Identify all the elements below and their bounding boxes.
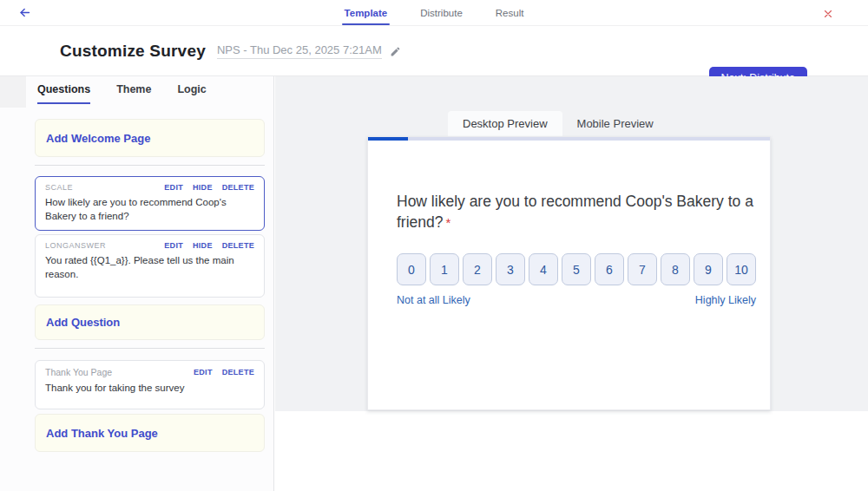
scale-button-0[interactable]: 0 (397, 253, 426, 285)
scale-button-4[interactable]: 4 (529, 253, 558, 285)
question-text: You rated {{Q1_a}}. Please tell us the m… (45, 253, 254, 281)
survey-preview-card: How likely are you to recommend Coop's B… (367, 136, 771, 410)
top-bar: Template Distribute Result (0, 0, 868, 26)
builder-tabs: Questions Theme Logic (37, 83, 207, 104)
divider (35, 165, 265, 166)
tab-desktop-preview[interactable]: Desktop Preview (448, 111, 562, 136)
scale-max-label: Highly Likely (695, 294, 756, 306)
tab-theme[interactable]: Theme (116, 83, 151, 104)
progress-bar-track (368, 137, 770, 141)
edit-link[interactable]: EDIT (164, 183, 183, 192)
scale-button-3[interactable]: 3 (496, 253, 525, 285)
hide-link[interactable]: HIDE (193, 183, 213, 192)
pencil-icon[interactable] (390, 46, 401, 57)
add-welcome-page-label: Add Welcome Page (46, 132, 150, 145)
question-card-scale[interactable]: SCALE EDIT HIDE DELETE How likely are yo… (35, 176, 265, 231)
close-icon[interactable] (823, 7, 835, 19)
scale-button-9[interactable]: 9 (694, 253, 723, 285)
add-thank-you-page-button[interactable]: Add Thank You Page (35, 414, 265, 452)
scale-button-5[interactable]: 5 (562, 253, 591, 285)
tab-logic[interactable]: Logic (177, 83, 206, 104)
page-title: Customize Survey (60, 42, 206, 61)
delete-link[interactable]: DELETE (222, 241, 254, 250)
question-text: How likely are you to recommend Coop's B… (45, 195, 254, 223)
delete-link[interactable]: DELETE (222, 183, 254, 192)
tab-questions[interactable]: Questions (37, 83, 90, 104)
page-header: Customize Survey NPS - Thu Dec 25, 2025 … (0, 26, 868, 76)
scale-button-8[interactable]: 8 (661, 253, 690, 285)
preview-question: How likely are you to recommend Coop's B… (397, 191, 754, 233)
panel-corner-strip (0, 76, 26, 108)
thank-you-page-card[interactable]: Thank You Page EDIT DELETE Thank you for… (35, 360, 265, 409)
add-welcome-page-button[interactable]: Add Welcome Page (35, 119, 265, 157)
survey-builder-screen: Template Distribute Result Customize Sur… (0, 0, 868, 491)
delete-link[interactable]: DELETE (222, 368, 254, 376)
tab-mobile-preview[interactable]: Mobile Preview (562, 111, 668, 136)
scale-button-10[interactable]: 10 (727, 253, 756, 285)
left-panel: Questions Theme Logic Add Welcome Page S… (0, 76, 274, 491)
scale-button-6[interactable]: 6 (595, 253, 624, 285)
tab-template[interactable]: Template (345, 0, 388, 26)
question-card-list: Add Welcome Page SCALE EDIT HIDE DELETE … (35, 119, 265, 452)
thank-you-page-label: Thank You Page (45, 367, 112, 377)
scale-button-1[interactable]: 1 (430, 253, 459, 285)
hide-link[interactable]: HIDE (193, 241, 213, 250)
top-nav: Template Distribute Result (0, 0, 868, 26)
edit-link[interactable]: EDIT (194, 368, 213, 376)
scale-button-7[interactable]: 7 (628, 253, 657, 285)
add-question-label: Add Question (46, 316, 120, 329)
thank-you-text: Thank you for taking the survey (45, 381, 254, 395)
tab-result[interactable]: Result (496, 0, 524, 26)
question-type-label: SCALE (45, 183, 73, 192)
divider (35, 348, 265, 349)
question-card-longanswer[interactable]: LONGANSWER EDIT HIDE DELETE You rated {{… (35, 234, 265, 298)
preview-zone: Desktop Preview Mobile Preview How likel… (275, 76, 868, 411)
add-thank-you-page-label: Add Thank You Page (46, 427, 158, 440)
progress-bar-fill (368, 137, 408, 141)
scale-button-2[interactable]: 2 (463, 253, 492, 285)
preview-tabs: Desktop Preview Mobile Preview (448, 111, 668, 136)
add-question-button[interactable]: Add Question (35, 304, 265, 340)
question-type-label: LONGANSWER (45, 241, 106, 250)
edit-link[interactable]: EDIT (164, 241, 183, 250)
scale-anchor-labels: Not at all Likely Highly Likely (397, 294, 756, 306)
survey-name[interactable]: NPS - Thu Dec 25, 2025 7:21AM (217, 43, 382, 59)
nps-scale: 0 1 2 3 4 5 6 7 8 9 10 (397, 253, 756, 285)
required-marker: * (446, 215, 451, 230)
scale-min-label: Not at all Likely (397, 294, 470, 306)
tab-distribute[interactable]: Distribute (420, 0, 463, 26)
